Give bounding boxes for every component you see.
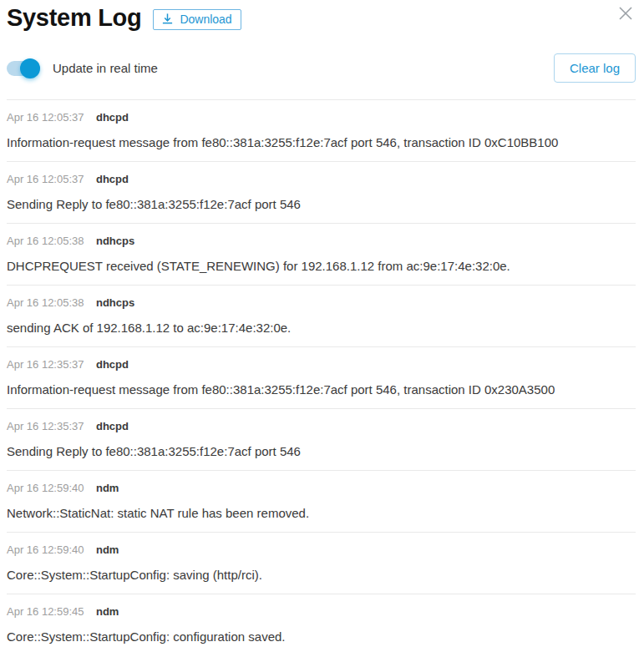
page-title: System Log: [7, 3, 141, 32]
realtime-toggle[interactable]: [7, 61, 40, 76]
log-process-name: dhcpd: [96, 358, 129, 371]
log-process-name: ndhcps: [96, 235, 134, 247]
log-message: Sending Reply to fe80::381a:3255:f12e:7a…: [7, 444, 636, 459]
log-message: Network::StaticNat: static NAT rule has …: [7, 506, 636, 521]
download-button-label: Download: [180, 13, 231, 26]
download-icon: [161, 13, 174, 25]
log-process-name: dhcpd: [96, 420, 129, 432]
log-message: Information-request message from fe80::3…: [7, 382, 636, 397]
log-process-name: ndm: [96, 543, 119, 556]
realtime-toggle-label: Update in real time: [53, 61, 158, 75]
log-entry: Apr 16 12:35:37 dhcpd Sending Reply to f…: [7, 409, 636, 471]
log-message: sending ACK of 192.168.1.12 to ac:9e:17:…: [7, 321, 636, 336]
log-timestamp: Apr 16 12:05:38: [7, 235, 84, 247]
log-message: Core::System::StartupConfig: saving (htt…: [7, 568, 636, 583]
toggle-knob: [20, 58, 40, 78]
log-timestamp: Apr 16 12:35:37: [7, 420, 84, 432]
log-entry-header: Apr 16 12:05:37 dhcpd: [7, 110, 636, 124]
log-entry: Apr 16 12:05:38 ndhcps DHCPREQUEST recei…: [7, 224, 636, 286]
log-message: Information-request message from fe80::3…: [7, 135, 636, 150]
log-entry: Apr 16 12:05:37 dhcpd Information-reques…: [7, 100, 636, 162]
log-entry-header: Apr 16 12:05:37 dhcpd: [7, 172, 636, 186]
log-message: Sending Reply to fe80::381a:3255:f12e:7a…: [7, 197, 636, 212]
log-process-name: ndm: [96, 605, 119, 618]
log-timestamp: Apr 16 12:05:37: [7, 173, 84, 185]
clear-log-button[interactable]: Clear log: [554, 53, 636, 83]
close-button[interactable]: [616, 5, 635, 23]
log-timestamp: Apr 16 12:59:40: [7, 482, 84, 494]
dialog-header: System Log Download: [7, 0, 636, 32]
log-timestamp: Apr 16 12:35:37: [7, 358, 84, 371]
log-entry: Apr 16 12:59:45 ndm Core::System::Startu…: [7, 594, 636, 652]
log-entry: Apr 16 12:35:37 dhcpd Information-reques…: [7, 347, 636, 409]
log-entry: Apr 16 12:05:38 ndhcps sending ACK of 19…: [7, 286, 636, 347]
log-entry-header: Apr 16 12:59:45 ndm: [7, 604, 636, 619]
realtime-toggle-group: Update in real time: [7, 61, 158, 76]
log-message: DHCPREQUEST received (STATE_RENEWING) fo…: [7, 259, 636, 274]
log-process-name: dhcpd: [96, 111, 129, 124]
log-timestamp: Apr 16 12:05:37: [7, 111, 84, 124]
log-entry-header: Apr 16 12:35:37 dhcpd: [7, 419, 636, 433]
log-entry: Apr 16 12:59:40 ndm Core::System::Startu…: [7, 533, 636, 594]
log-timestamp: Apr 16 12:59:45: [7, 605, 84, 618]
log-process-name: dhcpd: [96, 173, 129, 185]
controls-row: Update in real time Clear log: [7, 53, 636, 83]
close-icon: [618, 6, 633, 23]
log-timestamp: Apr 16 12:05:38: [7, 296, 84, 309]
system-log-dialog: System Log Download: [0, 0, 644, 652]
log-entry-header: Apr 16 12:59:40 ndm: [7, 481, 636, 495]
log-process-name: ndm: [96, 482, 119, 494]
log-entry-header: Apr 16 12:05:38 ndhcps: [7, 296, 636, 310]
log-message: Core::System::StartupConfig: configurati…: [7, 629, 636, 644]
log-list: Apr 16 12:05:37 dhcpd Information-reques…: [7, 99, 636, 652]
log-entry-header: Apr 16 12:05:38 ndhcps: [7, 234, 636, 248]
log-entry: Apr 16 12:59:40 ndm Network::StaticNat: …: [7, 471, 636, 533]
log-timestamp: Apr 16 12:59:40: [7, 543, 84, 556]
log-entry-header: Apr 16 12:35:37 dhcpd: [7, 357, 636, 371]
log-entry-header: Apr 16 12:59:40 ndm: [7, 543, 636, 557]
download-button[interactable]: Download: [153, 9, 241, 30]
log-process-name: ndhcps: [96, 296, 134, 309]
log-entry: Apr 16 12:05:37 dhcpd Sending Reply to f…: [7, 162, 636, 224]
